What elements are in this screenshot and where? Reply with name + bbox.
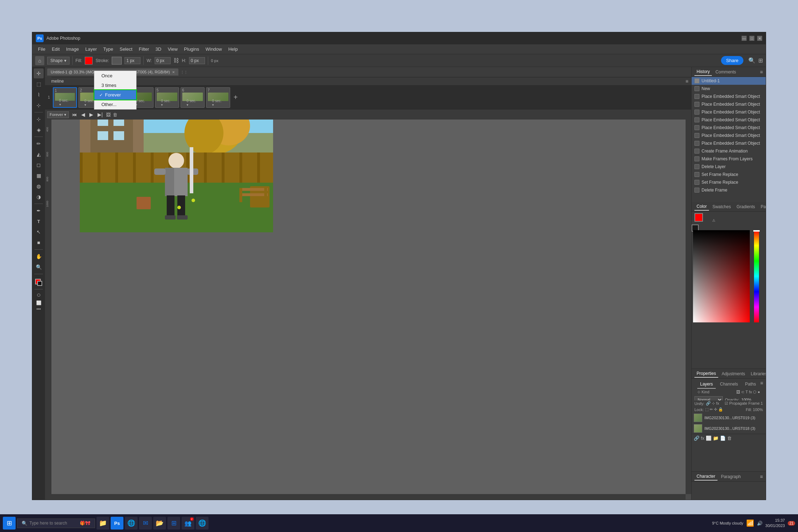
tab-adjustments[interactable]: Adjustments <box>720 370 747 377</box>
gradient-tool-btn[interactable]: ▦ <box>34 171 44 181</box>
menu-view[interactable]: View <box>165 45 181 53</box>
tab-paths[interactable]: Paths <box>742 380 759 389</box>
history-item-frame-anim[interactable]: Create Frame Animation <box>692 147 766 155</box>
menu-type[interactable]: Type <box>100 45 116 53</box>
type-tool-btn[interactable]: T <box>34 216 44 226</box>
eraser-tool-btn[interactable]: ◻ <box>34 160 44 170</box>
color-gradient-picker[interactable] <box>693 230 759 322</box>
menu-layer[interactable]: Layer <box>83 45 100 53</box>
screen-mode-btn[interactable]: ⬜ <box>36 300 41 305</box>
add-frame-control-btn[interactable]: 🖼 <box>106 112 111 117</box>
brush-tool-btn[interactable]: ✏ <box>34 139 44 149</box>
taskbar-photoshop[interactable]: Ps <box>111 517 123 530</box>
history-item-set-replace1[interactable]: Set Frame Replace <box>692 171 766 178</box>
stroke-size-input[interactable] <box>124 57 140 64</box>
timeline-frame-6[interactable]: 6 0 sec. ▾ <box>181 87 205 108</box>
move-tool-btn[interactable]: ✢ <box>34 68 44 78</box>
hue-strip[interactable] <box>754 230 759 322</box>
forever-selector[interactable]: Forever ▾ <box>47 111 69 118</box>
tab-swatches[interactable]: Swatches <box>710 203 733 210</box>
timeline-menu-icon[interactable]: ≡ <box>686 78 688 84</box>
tab-color[interactable]: Color <box>694 203 709 211</box>
tab-comments[interactable]: Comments <box>713 68 738 76</box>
scrollbar-vertical[interactable] <box>686 83 691 494</box>
menu-image[interactable]: Image <box>63 45 82 53</box>
hand-tool-btn[interactable]: ✋ <box>34 251 44 261</box>
clone-stamp-btn[interactable]: ◭ <box>34 149 44 159</box>
new-layer-btn[interactable]: 📄 <box>720 436 726 441</box>
blur-tool-btn[interactable]: ◍ <box>34 181 44 191</box>
history-item-place6[interactable]: Place Embedded Smart Object <box>692 132 766 139</box>
dropdown-forever[interactable]: ✓ Forever <box>94 90 136 100</box>
dropdown-3times[interactable]: 3 times <box>94 81 136 90</box>
history-item-place7[interactable]: Place Embedded Smart Object <box>692 139 766 147</box>
layer-item-019[interactable]: IMG20230130...URST019 (3) <box>692 412 766 423</box>
pen-tool-btn[interactable]: ✒ <box>34 206 44 216</box>
tab-gradients[interactable]: Gradients <box>735 203 757 210</box>
fill-color-swatch[interactable] <box>85 57 93 65</box>
layer-item-018[interactable]: IMG20230130...URST018 (3) <box>692 423 766 434</box>
share-button[interactable]: Share <box>721 56 743 65</box>
history-item-place3[interactable]: Place Embedded Smart Object <box>692 108 766 116</box>
minimize-btn[interactable]: — <box>742 36 747 41</box>
tab-patterns[interactable]: Patterns <box>759 203 766 210</box>
dropdown-once[interactable]: Once <box>94 71 136 81</box>
history-item-place5[interactable]: Place Embedded Smart Object <box>692 124 766 132</box>
panels-icon[interactable]: ⊞ <box>758 57 763 64</box>
history-item-set-replace2[interactable]: Set Frame Replace <box>692 178 766 186</box>
menu-window[interactable]: Window <box>203 45 225 53</box>
history-item-delete-frame[interactable]: Delete Frame <box>692 186 766 194</box>
search-icon[interactable]: 🔍 <box>748 57 755 64</box>
tab-libraries[interactable]: Libraries <box>749 370 766 377</box>
quick-mask-btn[interactable]: ○ <box>37 291 41 298</box>
next-frame-btn[interactable]: ▶| <box>96 111 104 118</box>
char-menu-icon[interactable]: ≡ <box>760 474 763 480</box>
color-gradient-main[interactable] <box>693 230 750 322</box>
magic-wand-btn[interactable]: ⊹ <box>34 100 44 110</box>
height-input[interactable] <box>189 57 205 64</box>
shape-tool-btn[interactable]: ■ <box>34 238 44 248</box>
tab-character[interactable]: Character <box>694 473 717 481</box>
new-group-btn[interactable]: 📁 <box>713 436 719 441</box>
history-item-untitled[interactable]: Untitled-1 <box>692 77 766 85</box>
history-item-place2[interactable]: Place Embedded Smart Object <box>692 100 766 108</box>
frame-tool-btn[interactable]: ◈ <box>34 125 44 135</box>
tab-properties[interactable]: Properties <box>694 370 718 378</box>
dodge-tool-btn[interactable]: ◑ <box>34 192 44 202</box>
start-button[interactable]: ⊞ <box>3 517 16 530</box>
crop-tool-btn[interactable]: ⊹ <box>34 114 44 124</box>
add-style-btn[interactable]: fx <box>701 436 704 441</box>
history-menu-icon[interactable]: ≡ <box>760 69 763 75</box>
delete-layer-btn[interactable]: 🗑 <box>727 436 732 441</box>
expand-tabs-btn[interactable]: ⋮⋮ <box>178 70 190 75</box>
tab-channels[interactable]: Channels <box>717 380 741 389</box>
menu-plugins[interactable]: Plugins <box>181 45 202 53</box>
taskbar-explorer2[interactable]: 📂 <box>153 517 166 530</box>
foreground-color-swatch[interactable] <box>694 213 703 222</box>
maximize-btn[interactable]: □ <box>749 36 754 41</box>
taskbar-mail[interactable]: ✉ <box>139 517 152 530</box>
timeline-frame-1[interactable]: 1 0 sec. ▾ <box>53 87 77 108</box>
path-select-btn[interactable]: ↖ <box>34 227 44 237</box>
layers-menu-icon[interactable]: ≡ <box>760 380 763 389</box>
timeline-frame-7[interactable]: 7 0 sec. ▾ <box>206 87 230 108</box>
play-btn[interactable]: ▶ <box>88 111 94 118</box>
menu-help[interactable]: Help <box>226 45 241 53</box>
menu-3d[interactable]: 3D <box>153 45 164 53</box>
add-frame-btn[interactable]: + <box>232 93 240 101</box>
first-frame-btn[interactable]: ⏮ <box>71 111 78 118</box>
taskbar-file-explorer[interactable]: 📁 <box>96 517 109 530</box>
more-tools-btn[interactable]: ••• <box>37 307 41 312</box>
tab-close-btn[interactable]: ✕ <box>172 70 175 74</box>
zoom-tool-btn[interactable]: 🔍 <box>34 262 44 272</box>
scrollbar-horizontal[interactable] <box>51 494 686 500</box>
timeline-frame-5[interactable]: 5 0 sec. ▾ <box>155 87 179 108</box>
width-input[interactable] <box>155 57 171 64</box>
history-item-place1[interactable]: Place Embedded Smart Object <box>692 93 766 100</box>
prev-frame-btn[interactable]: ◀ <box>80 111 86 118</box>
menu-filter[interactable]: Filter <box>136 45 152 53</box>
taskbar-browser2[interactable]: 🌐 <box>196 517 209 530</box>
taskbar-edge[interactable]: 🌐 <box>125 517 138 530</box>
marquee-tool-btn[interactable]: ⬚ <box>34 79 44 89</box>
taskbar-teams[interactable]: 👥 2 <box>182 517 194 530</box>
